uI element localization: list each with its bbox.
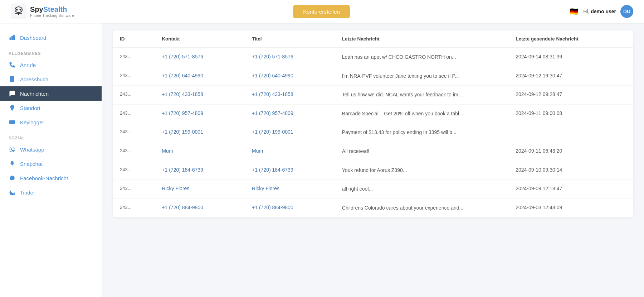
cell-kontakt: +1 (720) 199-0001 <box>155 123 245 142</box>
cell-id: 243... <box>113 161 155 180</box>
snapchat-icon <box>9 161 16 167</box>
sidebar-label-dashboard: Dashboard <box>20 35 46 41</box>
table-body: 243... +1 (720) 571-8576 +1 (720) 571-85… <box>113 48 633 217</box>
sidebar-label-adressbuch: Adressbuch <box>20 76 48 82</box>
sidebar-label-standort: Standort <box>20 105 40 111</box>
svg-point-11 <box>12 106 13 107</box>
sidebar-item-keylogger[interactable]: Keylogger <box>0 115 102 129</box>
cell-titel: +1 (720) 433-1858 <box>245 86 335 105</box>
col-id: ID <box>113 30 155 48</box>
svg-point-10 <box>11 78 13 80</box>
cell-titel: +1 (720) 640-4990 <box>245 67 335 86</box>
main-content: ID Kontakt Titel Letzte Nachricht Letzte… <box>102 23 644 297</box>
logo-area: SpyStealth Phone Tracking Software <box>11 4 74 19</box>
message-icon <box>9 90 16 97</box>
greeting-text: Hi, demo user <box>583 9 616 14</box>
sidebar-item-adressbuch[interactable]: Adressbuch <box>0 72 102 86</box>
cell-kontakt: +1 (720) 184-6739 <box>155 161 245 180</box>
phone-icon <box>9 62 16 68</box>
cell-titel: Ricky Flores <box>245 180 335 199</box>
cell-letzte-nachricht: Leah has an appt w/ CHCO GASTRO NORTH on… <box>335 48 508 67</box>
cell-titel: +1 (720) 571-8576 <box>245 48 335 67</box>
cell-titel: +1 (720) 184-6739 <box>245 161 335 180</box>
keyboard-icon <box>9 119 16 125</box>
cell-id: 243... <box>113 48 155 67</box>
sidebar-item-dashboard[interactable]: Dashboard <box>0 30 102 45</box>
svg-rect-7 <box>12 36 13 40</box>
svg-rect-6 <box>10 38 11 40</box>
flag-icon: 🇩🇪 <box>569 6 579 16</box>
svg-rect-0 <box>11 4 26 19</box>
cell-kontakt: +1 (720) 957-4809 <box>155 104 245 123</box>
cell-id: 243... <box>113 86 155 105</box>
sidebar-item-nachrichten[interactable]: Nachrichten <box>0 86 102 101</box>
cell-letzte-nachricht: Payment of $13.43 for policy ending in 3… <box>335 123 508 142</box>
sidebar-label-anrufe: Anrufe <box>20 62 36 68</box>
col-letzte-gesendete: Letzte gesendete Nachricht <box>508 30 633 48</box>
cell-kontakt: Ricky Flores <box>155 180 245 199</box>
cell-kontakt: +1 (720) 433-1858 <box>155 86 245 105</box>
sidebar-item-tinder[interactable]: Tinder <box>0 185 102 200</box>
table-row[interactable]: 243... +1 (720) 957-4809 +1 (720) 957-48… <box>113 104 633 123</box>
table-row[interactable]: 243... +1 (720) 433-1858 +1 (720) 433-18… <box>113 86 633 105</box>
contact-icon <box>9 76 16 82</box>
logo-icon <box>11 4 26 19</box>
cell-letzte-gesendete <box>508 123 633 142</box>
tinder-icon <box>9 189 16 196</box>
cell-kontakt: +1 (720) 571-8576 <box>155 48 245 67</box>
table-row[interactable]: 243... +1 (720) 640-4990 +1 (720) 640-49… <box>113 67 633 86</box>
table-header-row: ID Kontakt Titel Letzte Nachricht Letzte… <box>113 30 633 48</box>
table-row[interactable]: 243... +1 (720) 571-8576 +1 (720) 571-85… <box>113 48 633 67</box>
svg-rect-12 <box>10 121 15 124</box>
sidebar-item-snapchat[interactable]: Snapchat <box>0 157 102 171</box>
col-titel: Titel <box>245 30 335 48</box>
logo-name: SpyStealth <box>30 5 74 14</box>
table-row[interactable]: 243... Ricky Flores Ricky Flores all rig… <box>113 180 633 199</box>
header-right: 🇩🇪 Hi, demo user DU <box>569 5 633 18</box>
sidebar-label-facebook: Facebook-Nachricht <box>20 175 68 181</box>
messages-table-container: ID Kontakt Titel Letzte Nachricht Letzte… <box>113 30 633 217</box>
cell-letzte-gesendete: 2024-09-12 09:28:47 <box>508 86 633 105</box>
cell-letzte-nachricht: All received! <box>335 142 508 161</box>
cell-kontakt: Mum <box>155 142 245 161</box>
header-center: Konto erstellen <box>74 5 569 18</box>
table-row[interactable]: 243... +1 (720) 199-0001 +1 (720) 199-00… <box>113 123 633 142</box>
cell-letzte-nachricht: I'm NRA-PVF volunteer Jane texting you t… <box>335 67 508 86</box>
cell-letzte-gesendete: 2024-09-10 09:30:14 <box>508 161 633 180</box>
table-header: ID Kontakt Titel Letzte Nachricht Letzte… <box>113 30 633 48</box>
whatsapp-icon <box>9 146 16 153</box>
table-row[interactable]: 243... +1 (720) 884-9800 +1 (720) 884-98… <box>113 198 633 217</box>
cell-letzte-nachricht: Childrens Colorado cares about your expe… <box>335 198 508 217</box>
cell-letzte-gesendete: 2024-09-11 06:43:20 <box>508 142 633 161</box>
logo-text: SpyStealth Phone Tracking Software <box>30 5 74 18</box>
cell-titel: +1 (720) 199-0001 <box>245 123 335 142</box>
cell-kontakt: +1 (720) 884-9800 <box>155 198 245 217</box>
cell-kontakt: +1 (720) 640-4990 <box>155 67 245 86</box>
konto-erstellen-button[interactable]: Konto erstellen <box>293 5 350 18</box>
layout: Dashboard Allgemeines Anrufe Adressbuch <box>0 23 644 297</box>
table-row[interactable]: 243... Mum Mum All received! 2024-09-11 … <box>113 142 633 161</box>
cell-letzte-gesendete: 2024-09-11 09:00:08 <box>508 104 633 123</box>
sidebar-item-standort[interactable]: Standort <box>0 101 102 115</box>
cell-letzte-gesendete: 2024-09-09 12:18:47 <box>508 180 633 199</box>
avatar[interactable]: DU <box>620 5 633 18</box>
col-kontakt: Kontakt <box>155 30 245 48</box>
bar-chart-icon <box>9 34 16 41</box>
sidebar-label-keylogger: Keylogger <box>20 119 44 125</box>
col-letzte-nachricht: Letzte Nachricht <box>335 30 508 48</box>
sidebar-item-facebook[interactable]: Facebook-Nachricht <box>0 171 102 185</box>
messages-table: ID Kontakt Titel Letzte Nachricht Letzte… <box>113 30 633 217</box>
cell-letzte-nachricht: Barcade Special – Get 20% off when you b… <box>335 104 508 123</box>
cell-id: 243... <box>113 67 155 86</box>
cell-letzte-gesendete: 2024-09-03 12:48:09 <box>508 198 633 217</box>
location-icon <box>9 105 16 111</box>
cell-letzte-nachricht: all right cool... <box>335 180 508 199</box>
sidebar-label-whatsapp: Whatsapp <box>20 147 44 153</box>
sidebar-label-tinder: Tinder <box>20 190 35 196</box>
table-row[interactable]: 243... +1 (720) 184-6739 +1 (720) 184-67… <box>113 161 633 180</box>
sidebar-item-anrufe[interactable]: Anrufe <box>0 58 102 72</box>
cell-id: 243... <box>113 142 155 161</box>
cell-titel: Mum <box>245 142 335 161</box>
sidebar-item-whatsapp[interactable]: Whatsapp <box>0 142 102 157</box>
cell-titel: +1 (720) 884-9800 <box>245 198 335 217</box>
